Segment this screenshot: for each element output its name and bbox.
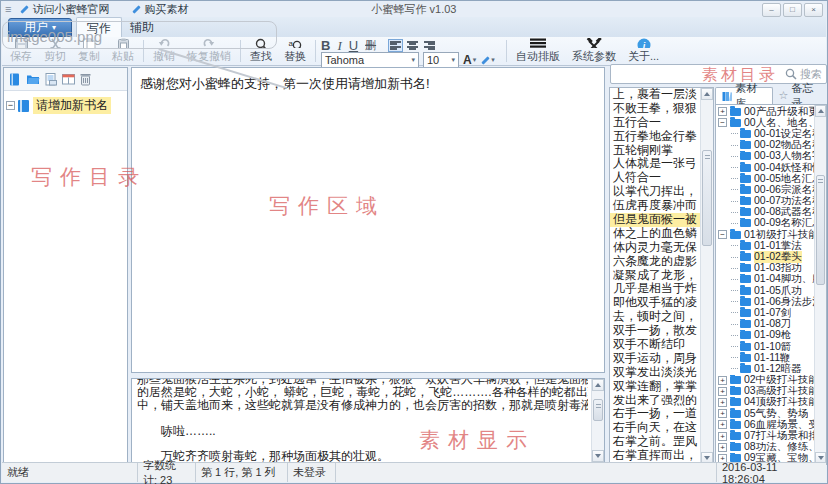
paste-button[interactable]: 粘贴 [106,37,140,65]
expand-icon[interactable]: + [718,409,727,418]
tree-node[interactable]: +08功法、修练、升 [716,442,814,453]
tree-node[interactable]: 01-12暗器 [716,363,814,374]
tree-node[interactable]: 01-02拳头 [716,251,814,262]
phrase-item[interactable]: 右掌直挥而出， [610,449,700,463]
phrase-item[interactable]: 即他双手猛的凌 [610,296,700,310]
collapse-icon[interactable]: − [718,230,727,239]
tree-node[interactable]: +06血腥场景、受伤 [716,419,814,430]
scrollbar-thumb[interactable] [702,150,712,246]
phrase-item[interactable]: 但是鬼面猴一被 [610,213,700,227]
close-icon[interactable]: × [804,3,823,17]
bold-button[interactable]: B [321,39,330,52]
phrase-item[interactable]: 双掌发出淡淡光 [610,366,700,380]
collapse-icon[interactable]: − [718,118,727,127]
expand-icon[interactable]: + [718,107,727,116]
tree-node[interactable]: 01-07剑 [716,307,814,318]
tree-node[interactable]: 00-04妖怪和怪 [716,162,814,173]
writing-area[interactable]: 感谢您对小蜜蜂的支持，第一次使用请增加新书名! [131,67,605,373]
phrase-item[interactable]: 凝聚成了龙形， [610,269,700,283]
tab-user[interactable]: 用户 ▾ [8,18,72,37]
scroll-up-icon[interactable] [701,88,713,100]
find-button[interactable]: 查找 [244,37,278,65]
align-center-icon[interactable] [406,40,419,51]
tree-node[interactable]: +02中级打斗技能 [716,375,814,386]
italic-button[interactable]: I [337,39,341,52]
tree-node[interactable]: 00-01设定名称 [716,128,814,139]
tree-node[interactable]: −00人名、地名、功 [716,117,814,128]
align-left-icon[interactable] [389,40,402,51]
phrase-item[interactable]: 五行拳地金行拳 [610,130,700,144]
expand-icon[interactable]: + [718,387,727,396]
phrase-item[interactable]: 不败王拳，狠狠 [610,102,700,116]
phrase-item[interactable]: 伍虎再度暴冲而 [610,199,700,213]
undo-button[interactable]: 撤销 [147,37,181,65]
tree-node[interactable]: 01-04脚功、腿 [716,274,814,285]
tree-node[interactable]: +07打斗场景和排兵 [716,430,814,441]
status-login-state[interactable]: 未登录 [288,463,336,482]
tree-node[interactable]: 00-05地名汇总 [716,173,814,184]
tab-write[interactable]: 写作 [76,17,122,38]
minimize-icon[interactable]: – [762,3,781,17]
tree-node[interactable]: 00-08武器名称 [716,207,814,218]
tab-material-library[interactable]: 素材库 [715,87,773,104]
material-display-panel[interactable]: 那些鬼面猴活生生杀死，到处逃窜，生怕被杀，狠狠一众妖害人车辆演败，但是鬼面猴一被… [131,378,605,463]
font-name-select[interactable]: Tahoma ▾ [321,52,419,68]
font-color-button[interactable]: A ▾ [463,53,476,67]
system-params-button[interactable]: 系统参数 [566,37,622,65]
new-volume-icon[interactable] [26,73,40,85]
expand-icon[interactable]: + [718,432,727,441]
expand-icon[interactable]: + [718,398,727,407]
redo-button[interactable]: 恢复撤销 [181,37,237,65]
phrase-item[interactable]: 发出来了强烈的 [610,394,700,408]
tree-node[interactable]: 00-06宗派名称 [716,184,814,195]
new-book-icon[interactable] [8,73,21,86]
strikethrough-button[interactable]: 删 [365,39,376,52]
phrase-item[interactable]: 双掌连翻，掌掌 [610,380,700,394]
phrase-item[interactable]: 五轮铜刚掌 [610,144,700,158]
expand-icon[interactable]: + [718,376,727,385]
phrase-item[interactable]: 体之上的血色鳞 [610,227,700,241]
phrase-list-scrollbar[interactable] [700,88,713,464]
phrase-item[interactable]: 右掌之前。罡风 [610,435,700,449]
scrollbar-thumb[interactable] [816,175,825,285]
tree-node[interactable]: +03高级打斗技能 [716,386,814,397]
cut-button[interactable]: 剪切 [38,37,72,65]
phrase-item[interactable]: 右手一扬，一道 [610,407,700,421]
tree-node[interactable]: −01初级打斗技能 [716,229,814,240]
phrase-item[interactable]: 体内灵力毫无保 [610,241,700,255]
save-button[interactable]: 保存 [4,37,38,65]
material-scrollbar[interactable] [591,379,604,462]
tree-node[interactable]: 00-09名称汇总 [716,218,814,229]
tree-node[interactable]: 01-10箭 [716,341,814,352]
replace-button[interactable]: a 替换 [278,37,312,65]
tree-node[interactable]: 01-06身法步法 [716,296,814,307]
tree-node[interactable]: 01-03指功 [716,263,814,274]
link-buy-material[interactable]: 购买素材 [131,2,188,17]
maximize-icon[interactable]: □ [783,3,802,17]
tree-scrollbar[interactable] [814,105,826,464]
tree-node[interactable]: 00-02物品名称 [716,140,814,151]
phrase-item[interactable]: 双手运动，周身 [610,352,700,366]
new-chapter-icon[interactable] [45,73,57,86]
phrase-item[interactable]: 人体就是一张弓 [610,157,700,171]
scroll-down-icon[interactable] [592,450,604,462]
phrase-item[interactable]: 右手向天，在这 [610,421,700,435]
phrase-item[interactable]: 五行合一 [610,116,700,130]
highlight-pen-button[interactable]: ▾ [480,55,495,65]
underline-button[interactable]: U [349,39,358,52]
tree-node[interactable]: 00-07功法名称 [716,196,814,207]
phrase-item[interactable]: 以掌代刀挥出， [610,185,700,199]
scroll-up-icon[interactable] [815,105,826,117]
font-size-select[interactable]: 10 ▾ [423,52,459,68]
tree-node[interactable]: +04顶级打斗技能 [716,397,814,408]
expand-icon[interactable]: + [718,420,727,429]
rename-icon[interactable] [62,73,75,85]
tree-node[interactable]: 01-08刀 [716,319,814,330]
tab-memo[interactable]: ☆ 备忘录 [773,87,827,104]
align-right-icon[interactable] [423,40,436,51]
phrase-item[interactable]: 去，顿时之间， [610,310,700,324]
tree-node[interactable]: 01-09枪 [716,330,814,341]
tree-node[interactable]: 01-01掌法 [716,240,814,251]
phrase-item[interactable]: 六条魔龙的虚影 [610,255,700,269]
tree-node[interactable]: +05气势、势场 [716,408,814,419]
